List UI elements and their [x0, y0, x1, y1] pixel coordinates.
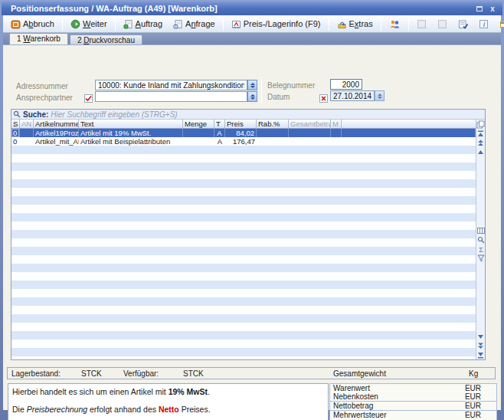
cell-t: A	[214, 129, 225, 137]
close-button[interactable]: x	[487, 4, 498, 13]
empty-rows-area[interactable]	[11, 146, 476, 359]
search-label: Suche:	[23, 110, 48, 119]
total-unit: EUR	[465, 402, 493, 410]
column-header-t[interactable]: T	[214, 120, 225, 128]
datum-field[interactable]	[330, 90, 375, 101]
totals-panel: WarenwertEURNebenkostenEURNettobetragEUR…	[329, 383, 497, 420]
client-area: AbbruchWeiterAuftragiAnfragePreis-/Lager…	[3, 15, 501, 410]
restore-button[interactable]	[474, 4, 485, 13]
placeholder-button-1	[412, 17, 431, 31]
contacts-button[interactable]	[385, 17, 405, 31]
positions-table: Suche: SANArtikelnummerTextMengeTPreisRa…	[11, 109, 486, 360]
lagerbestand-unit: STCK	[81, 369, 102, 378]
column-header-menge[interactable]: Menge	[183, 120, 214, 128]
checkbox-check-icon[interactable]	[84, 92, 93, 100]
next-button[interactable]: Weiter	[66, 17, 112, 31]
cell-s: 0	[11, 137, 20, 146]
info-line: Hierbei handelt es sich um einen Artikel…	[12, 387, 324, 397]
cell-rab	[257, 137, 289, 146]
pageup-button[interactable]	[476, 139, 485, 146]
placeholder-button-2	[433, 17, 452, 31]
sum-button[interactable]: Σ	[476, 245, 485, 253]
verfuegbar-unit: STCK	[183, 369, 204, 378]
layout-button[interactable]	[495, 17, 504, 31]
article-info-text: Hierbei handelt es sich um einen Artikel…	[8, 383, 329, 420]
cell-filler	[342, 137, 476, 146]
toolbar-separator	[115, 17, 116, 31]
info-button[interactable]: i	[474, 17, 493, 31]
column-header-an[interactable]: AN	[20, 120, 34, 128]
next-icon	[70, 19, 80, 29]
search-bar: Suche:	[11, 110, 485, 120]
columns-button[interactable]	[476, 227, 485, 235]
search-input[interactable]	[51, 110, 483, 119]
table-row[interactable]: 0Artikel_mit_AttribuArtikel mit Beispiel…	[11, 137, 476, 146]
extras-button[interactable]: Extras	[332, 17, 378, 31]
order-button[interactable]: Auftrag	[119, 17, 167, 31]
down-button[interactable]	[476, 333, 485, 340]
lagerbestand-label: Lagerbestand:	[11, 369, 61, 378]
adressnummer-field[interactable]	[95, 80, 247, 90]
column-header-artikelnummer[interactable]: Artikelnummer	[34, 120, 79, 128]
up-button[interactable]	[476, 148, 485, 156]
last-button[interactable]	[476, 351, 485, 359]
ansprechpartner-label: Ansprechpartner	[16, 94, 73, 102]
pages-button[interactable]	[476, 120, 485, 128]
cell-artikelnummer: Artikel19Prozent	[34, 129, 79, 137]
total-unit: EUR	[465, 392, 493, 401]
form-divider	[261, 79, 262, 103]
total-label: Nebenkosten	[333, 392, 465, 401]
search-icon	[13, 110, 21, 118]
tab-druckvorschau[interactable]: 2 Druckvorschau	[70, 34, 142, 44]
adressnummer-spinner[interactable]	[247, 80, 257, 90]
column-header-s[interactable]: S	[11, 120, 20, 128]
column-header-m[interactable]: M	[331, 120, 342, 128]
toolbar-separator	[408, 17, 409, 31]
cell-menge	[183, 137, 214, 146]
abort-button[interactable]: Abbruch	[6, 17, 59, 31]
total-unit: EUR	[465, 411, 493, 419]
tab-page-warenkorb: Adressnummer Ansprechpartner Belegnummer…	[3, 44, 501, 410]
table-row[interactable]: 0Artikel19ProzentArtikel mit 19% MwSt.A8…	[11, 129, 476, 137]
ansprechpartner-field[interactable]	[95, 91, 247, 102]
tab-warenkorb[interactable]: 1 Warenkorb	[9, 33, 68, 44]
total-label: Warenwert	[333, 384, 465, 392]
table-scrollbar: Σ	[476, 120, 485, 359]
ansprechpartner-spinner[interactable]	[247, 91, 257, 102]
cell-m	[331, 137, 342, 146]
total-row: MehrwertsteuerEUR	[330, 411, 496, 419]
cell-s: 0	[11, 129, 20, 137]
belegnummer-field[interactable]	[330, 79, 362, 90]
cell-text: Artikel mit Beispielattributen	[79, 137, 183, 146]
column-header-filler	[342, 120, 476, 128]
table-header: SANArtikelnummerTextMengeTPreisRab.%Gesa…	[11, 120, 476, 129]
cell-menge	[183, 129, 214, 137]
toolbar-separator	[62, 17, 63, 31]
total-row: WarenwertEUR	[330, 384, 496, 392]
filter-button[interactable]	[476, 254, 485, 262]
window-title: Positionserfassung / WA-Auftrag (A49) [W…	[11, 4, 472, 13]
column-header-preis[interactable]: Preis	[225, 120, 257, 128]
tab-strip: 1 Warenkorb 2 Druckvorschau	[3, 33, 501, 44]
pagedown-button[interactable]	[476, 342, 485, 349]
price-stock-info-button[interactable]: Preis-/Lagerinfo (F9)	[227, 17, 326, 31]
first-button[interactable]	[476, 130, 485, 137]
notes-button[interactable]	[453, 17, 473, 31]
title-bar: Positionserfassung / WA-Auftrag (A49) [W…	[2, 2, 502, 15]
toolbar: AbbruchWeiterAuftragiAnfragePreis-/Lager…	[3, 15, 501, 33]
column-header-gesamtbetrag[interactable]: Gesamtbetrag	[289, 120, 331, 128]
cell-an	[20, 137, 34, 146]
zoom-button[interactable]	[476, 236, 485, 244]
restore-icon	[476, 6, 483, 11]
total-label: Mehrwertsteuer	[333, 411, 465, 419]
belegnummer-label: Belegnummer	[267, 81, 315, 90]
grid: SANArtikelnummerTextMengeTPreisRab.%Gesa…	[11, 120, 476, 359]
column-header-rab[interactable]: Rab.%	[257, 120, 289, 128]
column-header-text[interactable]: Text	[79, 120, 183, 128]
cell-gesamtbetrag	[289, 137, 331, 146]
calendar-clear-icon[interactable]	[319, 92, 328, 100]
total-row: NebenkostenEUR	[330, 392, 496, 402]
next-button-label: Weiter	[83, 19, 107, 28]
inquiry-button[interactable]: iAnfrage	[169, 17, 220, 31]
datum-spinner[interactable]	[375, 90, 385, 101]
